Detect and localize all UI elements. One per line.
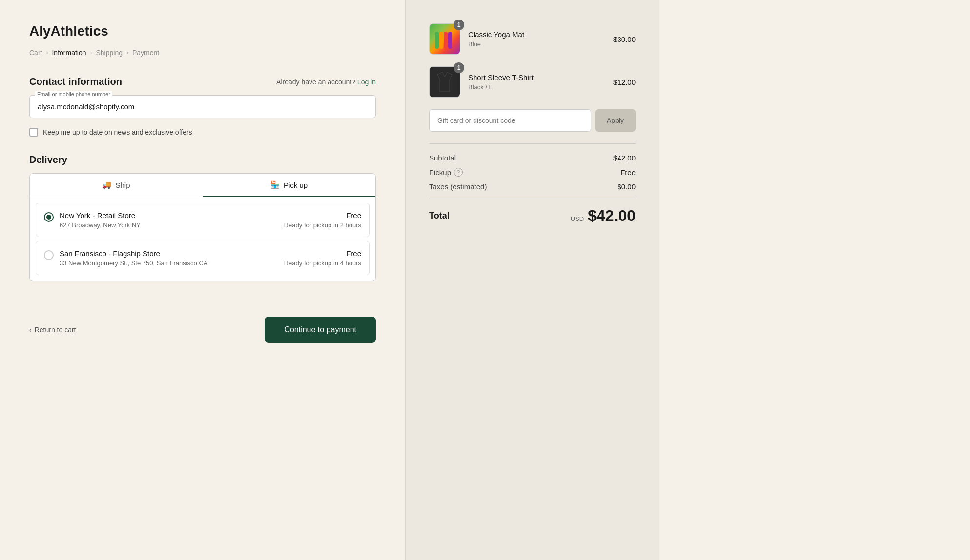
item-name-2: Short Sleeve T-Shirt [468,73,605,81]
store-name-2: San Fransisco - Flagship Store [60,249,207,258]
brand-title: AlyAthletics [29,23,376,39]
email-label: Email or mobile phone number [35,91,112,97]
pickup-price-1: Free [284,211,361,220]
total-currency: USD [571,215,584,222]
svg-rect-2 [444,32,448,49]
return-to-cart-link[interactable]: ‹ Return to cart [29,326,76,334]
breadcrumb-sep-3: › [126,49,128,56]
order-items: 1 Classic Yoga Mat Blue $30.00 1 Short S… [429,23,636,98]
item-price-2: $12.00 [613,78,636,86]
pickup-option-1[interactable]: New York - Retail Store 627 Broadway, Ne… [36,203,370,237]
item-name-1: Classic Yoga Mat [468,30,605,39]
radio-button-1[interactable] [44,212,54,222]
radio-button-2[interactable] [44,250,54,260]
item-price-1: $30.00 [613,35,636,43]
taxes-value: $0.00 [617,182,636,191]
store-name-1: New York - Retail Store [60,211,141,220]
contact-title: Contact information [29,76,122,87]
tab-pickup[interactable]: 🏪 Pick up [203,174,375,197]
tab-ship[interactable]: 🚚 Ship [30,174,203,197]
pickup-value: Free [620,168,636,177]
discount-code-input[interactable] [429,109,591,132]
item-variant-2: Black / L [468,83,605,91]
pickup-options: New York - Retail Store 627 Broadway, Ne… [30,197,375,281]
newsletter-checkbox[interactable] [29,128,38,137]
subtotal-label: Subtotal [429,154,456,162]
svg-rect-0 [435,32,439,49]
discount-section: Apply [429,109,636,132]
truck-icon: 🚚 [102,180,111,189]
pickup-time-1: Ready for pickup in 2 hours [284,221,361,229]
login-link[interactable]: Log in [357,78,376,86]
continue-to-payment-button[interactable]: Continue to payment [265,317,376,343]
delivery-title: Delivery [29,154,376,165]
pickup-price-2: Free [284,249,361,258]
delivery-tabs: 🚚 Ship 🏪 Pick up New York - R [29,173,376,281]
item-variant-1: Blue [468,40,605,48]
store-icon: 🏪 [270,180,280,189]
pickup-option-2[interactable]: San Fransisco - Flagship Store 33 New Mo… [36,241,370,275]
apply-button[interactable]: Apply [595,109,636,132]
pickup-time-2: Ready for pickup in 4 hours [284,260,361,267]
store-address-1: 627 Broadway, New York NY [60,221,141,229]
breadcrumb-cart[interactable]: Cart [29,49,42,57]
subtotal-value: $42.00 [613,154,636,162]
order-item-1: 1 Classic Yoga Mat Blue $30.00 [429,23,636,55]
chevron-left-icon: ‹ [29,326,32,334]
email-field[interactable] [29,95,376,118]
taxes-label: Taxes (estimated) [429,182,487,191]
store-address-2: 33 New Montgomery St., Ste 750, San Fran… [60,260,207,267]
item-badge-2: 1 [454,62,464,73]
breadcrumb-sep-1: › [46,49,48,56]
breadcrumb-sep-2: › [90,49,92,56]
newsletter-label: Keep me up to date on news and exclusive… [43,128,192,136]
item-badge-1: 1 [454,20,464,30]
breadcrumb-payment[interactable]: Payment [132,49,159,57]
svg-rect-3 [448,32,452,49]
pickup-help-icon[interactable]: ? [454,168,463,177]
account-prompt: Already have an account? Log in [276,78,376,86]
svg-rect-1 [439,32,443,49]
order-summary: Subtotal $42.00 Pickup ? Free Taxes (est… [429,143,636,225]
order-item-2: 1 Short Sleeve T-Shirt Black / L $12.00 [429,66,636,98]
pickup-label: Pickup ? [429,168,463,177]
breadcrumb-shipping[interactable]: Shipping [96,49,123,57]
breadcrumb-information[interactable]: Information [52,49,86,57]
total-label: Total [429,211,450,221]
svg-marker-4 [437,72,452,92]
total-amount: $42.00 [588,207,636,225]
breadcrumb: Cart › Information › Shipping › Payment [29,49,376,57]
